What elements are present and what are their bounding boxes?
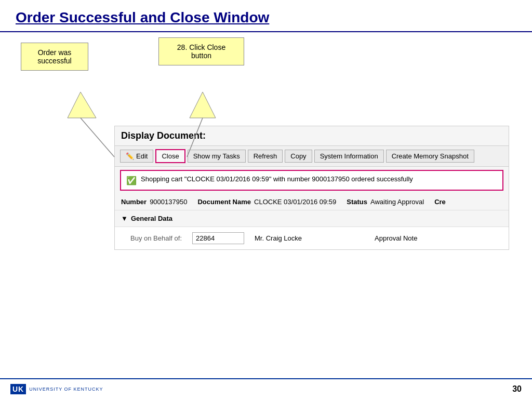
footer: UK University of Kentucky 30 [0,378,532,399]
system-information-button[interactable]: System Information [314,150,384,163]
callout-order-text: Order was successful [37,48,71,65]
success-message: ✅ Shopping cart "CLOCKE 03/01/2016 09:59… [120,170,503,191]
uk-logo: UK University of Kentucky [10,384,103,394]
status-field: Status Awaiting Approval [347,198,424,206]
content-area: Order was successful 28. Click Close but… [0,32,532,369]
document-panel: Display Document: ✏️ Edit Close Show my … [114,126,509,250]
document-title: Display Document: [115,126,509,145]
close-button[interactable]: Close [155,149,185,163]
pencil-icon: ✏️ [126,152,134,160]
copy-button[interactable]: Copy [285,150,312,163]
status-value: Awaiting Approval [370,198,424,206]
callout-order-success: Order was successful [21,43,88,71]
show-my-tasks-button[interactable]: Show my Tasks [188,150,246,163]
checkmark-icon: ✅ [126,176,137,185]
doc-name-value: CLOCKE 03/01/2016 09:59 [254,198,336,206]
svg-marker-0 [68,92,96,118]
uk-logo-text: University of Kentucky [29,387,103,392]
uk-logo-box: UK [10,384,26,394]
success-text: Shopping cart "CLOCKE 03/01/2016 09:59" … [141,175,413,183]
doc-name-label: Document Name [197,198,251,206]
field-person-name: Mr. Craig Locke [255,234,302,242]
number-field: Number 9000137950 [121,198,187,206]
buy-on-behalf-input[interactable] [192,232,244,244]
svg-line-1 [81,118,114,157]
doc-name-field: Document Name CLOCKE 03/01/2016 09:59 [197,198,336,206]
page-title: Order Successful and Close Window [0,0,532,32]
status-label: Status [347,198,367,206]
cre-field: Cre [434,198,446,206]
number-label: Number [121,198,147,206]
doc-info-row: Number 9000137950 Document Name CLOCKE 0… [115,194,509,210]
section-label: General Data [131,215,172,222]
callout-close-text: 28. Click Close button [177,43,225,60]
collapse-icon[interactable]: ▼ [121,215,128,222]
number-value: 9000137950 [150,198,187,206]
svg-marker-2 [190,92,216,118]
cre-label: Cre [434,198,446,206]
page-number: 30 [512,384,522,394]
edit-label: Edit [136,152,148,160]
refresh-button[interactable]: Refresh [248,150,283,163]
buy-on-behalf-label: Buy on Behalf of: [130,234,182,242]
general-data-section-header: ▼ General Data [115,210,509,227]
section-content: Buy on Behalf of: Mr. Craig Locke Approv… [115,227,509,249]
edit-button[interactable]: ✏️ Edit [120,150,153,163]
approval-note-label: Approval Note [375,234,417,242]
create-memory-snapshot-button[interactable]: Create Memory Snapshot [386,150,474,163]
callout-click-close: 28. Click Close button [158,37,244,65]
toolbar: ✏️ Edit Close Show my Tasks Refresh Copy… [115,145,509,167]
